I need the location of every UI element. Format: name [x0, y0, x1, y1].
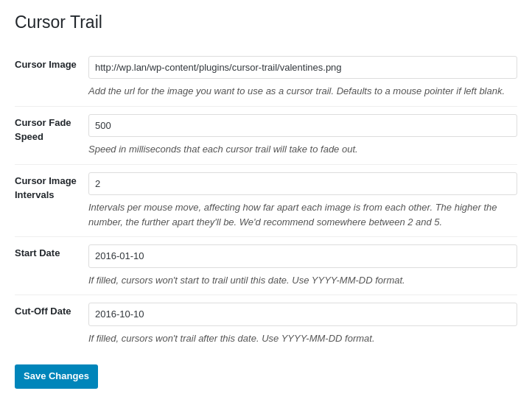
content-cursor-fade-speed: Speed in milliseconds that each cursor t… — [88, 106, 517, 164]
content-cursor-image: Add the url for the image you want to us… — [88, 49, 517, 107]
description-cursor-fade-speed: Speed in milliseconds that each cursor t… — [88, 142, 517, 157]
content-start-date: If filled, cursors won't start to trail … — [88, 237, 517, 295]
field-wrapper-start-date: If filled, cursors won't start to trail … — [88, 244, 517, 287]
input-cursor-image-intervals[interactable] — [88, 172, 517, 196]
field-row-cursor-image-intervals: Cursor Image IntervalsIntervals per mous… — [15, 164, 517, 237]
label-cut-off-date: Cut-Off Date — [15, 295, 88, 353]
label-cursor-fade-speed: Cursor Fade Speed — [15, 106, 88, 164]
settings-form: Cursor ImageAdd the url for the image yo… — [15, 49, 517, 353]
label-start-date: Start Date — [15, 237, 88, 295]
page-title: Cursor Trail — [15, 12, 517, 34]
field-wrapper-cursor-image-intervals: Intervals per mouse move, affecting how … — [88, 172, 517, 230]
field-row-cut-off-date: Cut-Off DateIf filled, cursors won't tra… — [15, 295, 517, 353]
input-start-date[interactable] — [88, 244, 517, 268]
input-cut-off-date[interactable] — [88, 303, 517, 326]
field-row-cursor-image: Cursor ImageAdd the url for the image yo… — [15, 49, 517, 107]
input-cursor-image[interactable] — [88, 56, 517, 80]
save-button[interactable]: Save Changes — [15, 364, 98, 389]
description-cursor-image-intervals: Intervals per mouse move, affecting how … — [88, 200, 517, 229]
description-start-date: If filled, cursors won't start to trail … — [88, 273, 517, 288]
field-row-cursor-fade-speed: Cursor Fade SpeedSpeed in milliseconds t… — [15, 106, 517, 164]
field-row-start-date: Start DateIf filled, cursors won't start… — [15, 237, 517, 295]
label-cursor-image-intervals: Cursor Image Intervals — [15, 164, 88, 237]
label-cursor-image: Cursor Image — [15, 49, 88, 107]
content-cursor-image-intervals: Intervals per mouse move, affecting how … — [88, 164, 517, 237]
description-cut-off-date: If filled, cursors won't trail after thi… — [88, 331, 517, 346]
content-cut-off-date: If filled, cursors won't trail after thi… — [88, 295, 517, 353]
page-container: Cursor Trail Cursor ImageAdd the url for… — [0, 0, 532, 416]
field-wrapper-cursor-image: Add the url for the image you want to us… — [88, 56, 517, 99]
description-cursor-image: Add the url for the image you want to us… — [88, 84, 517, 99]
input-cursor-fade-speed[interactable] — [88, 114, 517, 138]
field-wrapper-cut-off-date: If filled, cursors won't trail after thi… — [88, 303, 517, 345]
field-wrapper-cursor-fade-speed: Speed in milliseconds that each cursor t… — [88, 114, 517, 157]
